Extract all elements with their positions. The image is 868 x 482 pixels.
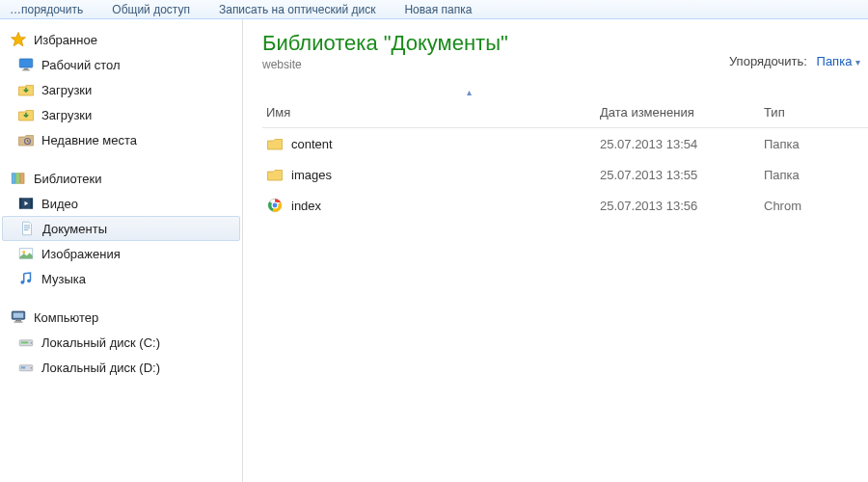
sidebar-item-libraries[interactable]: Библиотеки: [0, 166, 242, 191]
video-icon: [17, 195, 35, 212]
sidebar-item-downloads[interactable]: Загрузки: [0, 77, 242, 102]
sidebar-item-computer[interactable]: Компьютер: [0, 305, 242, 330]
arrange-label: Упорядочить:: [729, 54, 807, 68]
svg-rect-5: [12, 174, 15, 184]
svg-rect-24: [21, 366, 26, 368]
svg-point-22: [31, 342, 33, 344]
file-date: 25.07.2013 13:56: [600, 199, 764, 213]
nav-group-libraries: Библиотеки Видео Документы Изображения: [0, 166, 242, 291]
svg-rect-19: [14, 322, 23, 323]
chevron-down-icon: ▾: [855, 57, 860, 67]
table-row[interactable]: content 25.07.2013 13:54 Папка: [262, 128, 868, 159]
table-row[interactable]: index 25.07.2013 13:56 Chrom: [262, 190, 868, 221]
images-icon: [17, 245, 35, 262]
sidebar-item-label: Недавние места: [41, 133, 137, 147]
file-type: Chrom: [764, 199, 868, 213]
documents-icon: [18, 220, 36, 237]
svg-rect-1: [19, 59, 33, 67]
file-date: 25.07.2013 13:55: [600, 168, 764, 182]
sidebar-item-downloads[interactable]: Загрузки: [0, 102, 242, 127]
svg-rect-7: [20, 174, 24, 184]
file-type: Папка: [764, 137, 868, 151]
svg-rect-3: [22, 69, 30, 70]
nav-group-computer: Компьютер Локальный диск (C:) Локальный …: [0, 305, 242, 380]
sidebar-item-drive-d[interactable]: Локальный диск (D:): [0, 355, 242, 380]
file-name: images: [291, 168, 332, 182]
svg-rect-6: [16, 174, 20, 184]
chrome-icon: [266, 197, 284, 214]
file-date: 25.07.2013 13:54: [600, 137, 764, 151]
main-content: Библиотека "Документы" website Упорядочи…: [243, 19, 868, 482]
star-icon: [10, 31, 27, 48]
column-header-name[interactable]: Имя: [262, 105, 600, 120]
toolbar-item[interactable]: …порядочить: [10, 3, 83, 16]
svg-rect-9: [19, 199, 21, 209]
desktop-icon: [17, 56, 35, 73]
sidebar-item-label: Музыка: [41, 272, 86, 286]
sidebar-item-documents[interactable]: Документы: [2, 216, 240, 241]
sidebar-item-label: Загрузки: [41, 108, 92, 122]
toolbar-item[interactable]: Общий доступ: [112, 3, 190, 16]
sidebar-item-label: Компьютер: [34, 310, 98, 325]
svg-rect-18: [15, 320, 21, 322]
libraries-icon: [10, 170, 27, 187]
folder-icon: [266, 166, 284, 183]
sidebar-item-images[interactable]: Изображения: [0, 241, 242, 266]
sidebar-item-label: Документы: [42, 222, 107, 236]
sidebar-item-video[interactable]: Видео: [0, 191, 242, 216]
file-name: index: [291, 199, 321, 213]
sidebar-item-favorites[interactable]: Избранное: [0, 27, 242, 52]
column-header-date[interactable]: Дата изменения: [600, 105, 764, 120]
svg-point-28: [272, 202, 278, 208]
downloads-icon: [17, 81, 35, 98]
drive-icon: [17, 334, 35, 351]
svg-point-25: [31, 367, 33, 369]
library-title: Библиотека "Документы": [262, 31, 868, 56]
file-name: content: [291, 137, 333, 151]
drive-icon: [17, 359, 35, 376]
svg-rect-2: [24, 68, 29, 70]
nav-group-favorites: Избранное Рабочий стол Загрузки Загрузки: [0, 27, 242, 152]
sidebar-item-label: Библиотеки: [34, 172, 101, 186]
table-row[interactable]: images 25.07.2013 13:55 Папка: [262, 159, 868, 190]
toolbar-item[interactable]: Новая папка: [404, 3, 472, 16]
sidebar-item-label: Локальный диск (C:): [41, 335, 160, 350]
recent-icon: [17, 131, 35, 148]
sort-indicator-icon: ▴: [262, 87, 868, 97]
svg-marker-0: [12, 33, 26, 46]
sidebar-item-recent[interactable]: Недавние места: [0, 127, 242, 152]
svg-point-14: [20, 281, 24, 284]
arrange-link[interactable]: Папка ▾: [817, 54, 860, 68]
svg-rect-17: [14, 313, 24, 318]
sidebar-item-label: Избранное: [34, 33, 97, 47]
music-icon: [17, 270, 35, 287]
sidebar-item-desktop[interactable]: Рабочий стол: [0, 52, 242, 77]
column-header-type[interactable]: Тип: [764, 105, 868, 120]
svg-rect-21: [21, 341, 29, 343]
computer-icon: [10, 308, 27, 326]
table-header: Имя Дата изменения Тип: [262, 99, 868, 128]
svg-rect-10: [31, 199, 33, 209]
sidebar: Избранное Рабочий стол Загрузки Загрузки: [0, 19, 243, 482]
sidebar-item-label: Рабочий стол: [41, 58, 121, 72]
toolbar-item[interactable]: Записать на оптический диск: [219, 3, 376, 16]
svg-point-15: [27, 279, 31, 282]
folder-icon: [266, 135, 284, 152]
file-type: Папка: [764, 168, 868, 182]
sidebar-item-label: Видео: [41, 197, 78, 211]
sidebar-item-label: Загрузки: [41, 83, 92, 97]
sidebar-item-drive-c[interactable]: Локальный диск (C:): [0, 330, 242, 355]
sidebar-item-music[interactable]: Музыка: [0, 266, 242, 291]
sidebar-item-label: Изображения: [41, 247, 121, 261]
arrange-by: Упорядочить: Папка ▾: [729, 54, 860, 68]
toolbar: …порядочить Общий доступ Записать на опт…: [0, 0, 868, 19]
svg-point-13: [22, 251, 25, 254]
sidebar-item-label: Локальный диск (D:): [41, 361, 160, 375]
file-table: Имя Дата изменения Тип content 25.07.201…: [262, 99, 868, 221]
downloads-icon: [17, 106, 35, 123]
